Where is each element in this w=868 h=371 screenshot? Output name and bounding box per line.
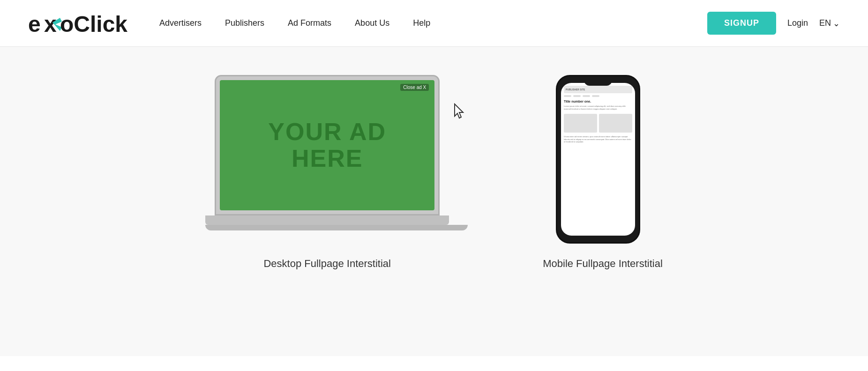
mobile-format-item: PUBLISHER SITE Title number one. Lorem i…	[543, 75, 663, 270]
laptop-body: Close ad X YOUR AD HERE	[215, 75, 440, 215]
laptop-screen: Close ad X YOUR AD HERE	[220, 80, 434, 210]
nav-about-us[interactable]: About Us	[355, 18, 389, 28]
login-link[interactable]: Login	[787, 18, 808, 28]
signup-button[interactable]: SIGNUP	[707, 12, 776, 35]
close-ad-bar: Close ad X	[400, 84, 429, 91]
chevron-down-icon: ⌄	[833, 18, 840, 29]
nav-help[interactable]: Help	[413, 18, 430, 28]
nav-advertisers[interactable]: Advertisers	[159, 18, 202, 28]
svg-marker-4	[455, 104, 463, 118]
phone-body-text: Lorem ipsum dolor sit amet, consect adip…	[564, 105, 632, 110]
nav-dot-4	[592, 95, 599, 97]
exoclick-logo: e x oClick	[28, 9, 131, 37]
phone-img-block-1	[564, 114, 597, 133]
svg-text:e: e	[28, 12, 41, 37]
main-content: Close ad X YOUR AD HERE Desktop Fullpage…	[0, 47, 868, 356]
nav-publishers[interactable]: Publishers	[225, 18, 264, 28]
mobile-format-label: Mobile Fullpage Interstitial	[543, 258, 663, 270]
logo[interactable]: e x oClick	[28, 9, 131, 37]
nav-dot-3	[583, 95, 590, 97]
svg-text:oClick: oClick	[60, 12, 127, 37]
nav-ad-formats[interactable]: Ad Formats	[288, 18, 331, 28]
nav-dot-2	[573, 95, 581, 97]
phone-img-block-2	[599, 114, 632, 133]
desktop-format-label: Desktop Fullpage Interstitial	[263, 258, 390, 270]
phone-title: Title number one.	[564, 100, 632, 103]
language-label: EN	[819, 18, 831, 28]
phone-body: PUBLISHER SITE Title number one. Lorem i…	[556, 75, 640, 244]
phone-publisher-bar: PUBLISHER SITE	[564, 86, 632, 93]
main-nav: Advertisers Publishers Ad Formats About …	[159, 18, 707, 28]
desktop-format-item: Close ad X YOUR AD HERE Desktop Fullpage…	[205, 75, 449, 270]
laptop-illustration: Close ad X YOUR AD HERE	[205, 75, 449, 244]
header-right: SIGNUP Login EN ⌄	[707, 12, 840, 35]
language-selector[interactable]: EN ⌄	[819, 18, 840, 29]
desktop-ad-text: YOUR AD HERE	[268, 119, 386, 172]
laptop-base	[205, 215, 449, 225]
phone-nav-dots	[564, 95, 632, 97]
phone-body-text-2: Ut wisi enim ad minim veniam, quis nostr…	[564, 135, 632, 143]
nav-dot-1	[564, 95, 571, 97]
phone-screen: PUBLISHER SITE Title number one. Lorem i…	[561, 83, 635, 236]
phone-illustration: PUBLISHER SITE Title number one. Lorem i…	[556, 75, 650, 244]
cursor-icon	[453, 103, 468, 123]
publisher-site-label: PUBLISHER SITE	[566, 88, 585, 91]
phone-image-placeholders	[564, 114, 632, 133]
phone-notch	[584, 76, 612, 86]
laptop-bottom	[205, 225, 468, 230]
